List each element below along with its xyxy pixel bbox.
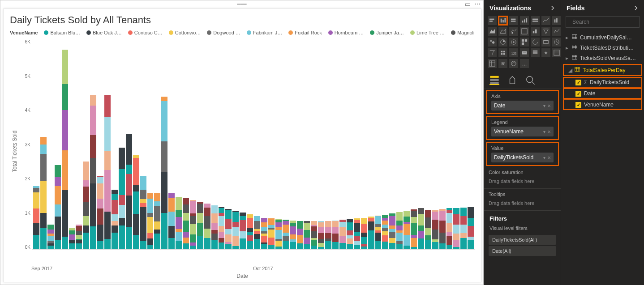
viz-type-icon[interactable] [541,38,550,47]
bar[interactable] [304,221,310,249]
viz-type-icon[interactable] [531,16,540,25]
bar[interactable] [347,219,353,249]
bar[interactable] [219,207,225,249]
legend-item[interactable]: Hornbeam … [328,30,364,35]
viz-type-icon[interactable] [509,59,518,68]
field-table[interactable]: ▸TicketSalesDistributi… [561,43,644,53]
legend-pill[interactable]: VenueName ▾✕ [491,127,554,136]
bar[interactable] [460,208,467,249]
viz-type-icon[interactable] [509,27,518,36]
bar[interactable] [297,221,303,249]
bar[interactable] [140,176,146,249]
bar[interactable] [361,218,367,249]
remove-icon[interactable]: ✕ [547,103,551,108]
bar[interactable] [104,95,111,249]
field-table[interactable]: ▸TicketsSoldVersusSa… [561,53,644,63]
bar[interactable] [40,137,47,249]
bar[interactable] [389,213,395,249]
bar[interactable] [83,162,89,249]
bar[interactable] [439,209,446,249]
remove-icon[interactable]: ✕ [547,129,551,134]
color-saturation-well[interactable]: Color saturation Drag data fields here [484,167,561,189]
bar[interactable] [404,211,410,249]
bar[interactable] [183,198,189,249]
legend-well[interactable]: Legend VenueName ▾✕ [486,116,559,140]
bar[interactable] [126,134,132,249]
bar[interactable] [375,216,382,249]
checkbox-checked-icon[interactable]: ✓ [575,80,581,85]
legend-item[interactable]: Contoso C… [128,30,163,35]
bar[interactable] [468,207,474,249]
bar[interactable] [339,220,346,249]
report-canvas[interactable]: ═══ ▭ ⋯ Daily Tickets Sold by All Tenant… [0,0,484,285]
search-input[interactable] [572,19,640,25]
viz-type-icon[interactable] [531,38,540,47]
bar[interactable] [396,212,403,249]
viz-type-icon[interactable] [541,16,550,25]
bar[interactable] [382,215,388,249]
fields-header[interactable]: Fields [561,0,644,16]
filter-pill[interactable]: DailyTicketsSold(All) [489,235,556,245]
fields-search[interactable] [566,16,640,28]
focus-mode-icon[interactable]: ▭ [465,0,471,8]
chart-visual[interactable]: Daily Tickets Sold by All Tenants VenueN… [3,9,481,282]
legend-item[interactable]: Juniper Ja… [370,30,404,35]
bar[interactable] [240,213,246,249]
analytics-tab[interactable] [525,75,535,85]
remove-icon[interactable]: ✕ [547,155,551,160]
checkbox-checked-icon[interactable]: ✓ [575,91,581,97]
viz-type-icon[interactable] [498,16,507,25]
bar[interactable] [225,209,232,249]
bar[interactable] [290,221,296,249]
value-pill[interactable]: DailyTicketsSold ▾✕ [491,153,554,162]
bar[interactable] [154,193,160,249]
viz-type-icon[interactable] [541,27,550,36]
bar[interactable] [325,221,331,249]
legend-item[interactable]: Fabrikam J… [247,30,282,35]
fields-tab[interactable] [489,75,499,85]
legend-item[interactable]: Dogwood … [207,30,240,35]
bar[interactable] [168,193,175,249]
viz-type-icon[interactable] [520,27,529,36]
field-item[interactable]: ✓ΣDailyTicketsSold [563,77,642,88]
legend-item[interactable]: Cottonwo… [169,30,201,35]
format-tab[interactable] [507,75,517,85]
drag-grip-icon[interactable]: ═══ [237,2,246,7]
bar[interactable] [119,148,125,249]
bar[interactable] [318,221,324,249]
bar[interactable] [268,218,275,249]
viz-type-icon[interactable] [488,16,497,25]
viz-type-icon[interactable] [520,48,529,57]
bar[interactable] [33,186,39,249]
viz-type-icon[interactable] [552,38,561,47]
legend-item[interactable]: Foxtail Rock [288,30,322,35]
bar[interactable] [247,214,253,249]
viz-type-icon[interactable] [498,38,507,47]
viz-type-icon[interactable] [531,27,540,36]
bar[interactable] [161,97,167,249]
bar[interactable] [55,165,61,249]
bar[interactable] [354,218,360,249]
viz-type-icon[interactable] [552,48,561,57]
bar[interactable] [133,155,139,249]
bar[interactable] [76,225,82,249]
viz-type-icon[interactable] [531,48,540,57]
viz-type-icon[interactable] [520,38,529,47]
viz-type-icon[interactable] [541,48,550,57]
bar[interactable] [69,228,75,249]
viz-type-icon[interactable] [488,59,497,68]
bar[interactable] [232,211,239,249]
viz-type-icon[interactable]: R [498,59,507,68]
viz-type-icon[interactable] [488,38,497,47]
tooltips-well[interactable]: Tooltips Drag data fields here [484,189,561,211]
axis-well[interactable]: Axis Date ▾✕ [486,90,559,114]
filter-pill[interactable]: Date(All) [489,246,556,256]
viz-type-icon[interactable] [488,48,497,57]
viz-type-icon[interactable] [498,48,507,57]
bar[interactable] [90,95,96,249]
dropdown-icon[interactable]: ▾ [543,129,545,134]
bar[interactable] [368,217,374,249]
bar[interactable] [211,205,218,249]
legend-item[interactable]: Lime Tree … [410,30,445,35]
bar[interactable] [112,190,118,249]
